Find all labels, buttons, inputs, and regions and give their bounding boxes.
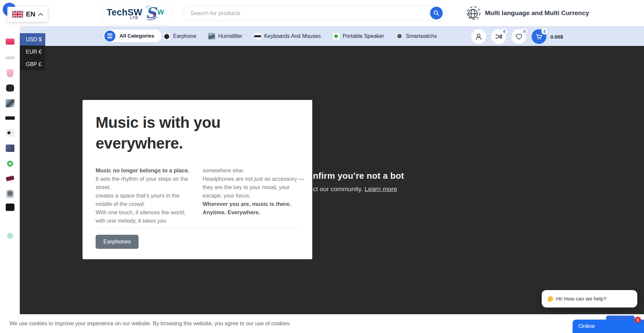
- wishlist-button[interactable]: 0: [512, 29, 526, 44]
- user-icon: [475, 33, 483, 41]
- cookie-banner: We use cookies to improve your experienc…: [0, 314, 644, 333]
- sidebar-thumb-keyboard[interactable]: [5, 116, 15, 120]
- sidebar-thumb-product-photo[interactable]: [6, 99, 14, 107]
- sidebar-thumb-maroon-case[interactable]: [5, 175, 14, 181]
- sidebar-thumb-green-ring[interactable]: [7, 161, 13, 167]
- nav-item-earphone[interactable]: Earphone: [163, 33, 196, 40]
- hero-divider: [96, 227, 300, 228]
- sidebar-thumb-navy-wallet[interactable]: [6, 145, 14, 152]
- multi-language-banner: Multi language and Multi Currency: [466, 6, 589, 20]
- compare-count-badge: 0: [501, 28, 507, 35]
- nav-item-thumbnail-icon: [163, 33, 170, 40]
- language-code: EN: [26, 10, 36, 18]
- bot-check-subtext-fragment: ct our community.: [313, 185, 365, 192]
- chevron-up-icon: [38, 13, 43, 16]
- learn-more-link[interactable]: Learn more: [365, 185, 397, 192]
- chat-launcher-tab[interactable]: Online 1: [573, 320, 644, 333]
- main-navigation: All Categories Earphone Humidifier Keybo…: [20, 26, 644, 46]
- logo-suffix: w: [157, 7, 164, 16]
- nav-item-keyboards-and-mouses[interactable]: Keyboards And Mouses: [254, 33, 321, 40]
- uk-flag-icon: [12, 10, 23, 18]
- search-button[interactable]: [430, 7, 443, 19]
- cookie-message: We use cookies to improve your experienc…: [9, 321, 291, 327]
- wishlist-count-badge: 0: [521, 28, 528, 35]
- hero-title: Music is with you everywhere.: [96, 112, 220, 154]
- category-sidebar: [0, 0, 20, 333]
- nav-item-humidifier[interactable]: Humidifier: [208, 33, 242, 40]
- shuffle-icon: [495, 33, 503, 41]
- sidebar-thumb-earbuds[interactable]: [6, 129, 14, 136]
- nav-item-thumbnail-icon: [396, 33, 403, 40]
- nav-item-thumbnail-icon: [333, 33, 339, 40]
- search-icon: [433, 9, 440, 17]
- sidebar-thumb-black-jacket[interactable]: [6, 204, 14, 211]
- chat-notification-badge: 1: [635, 317, 641, 323]
- nav-items: Earphone Humidifier Keyboards And Mouses…: [163, 26, 437, 46]
- nav-item-thumbnail-icon: [254, 33, 261, 40]
- sidebar-thumb-smartwatch[interactable]: [6, 190, 14, 198]
- site-logo[interactable]: TechSW S w LTD: [103, 1, 170, 24]
- nav-item-smartwatchs[interactable]: Smartwatchs: [396, 33, 437, 40]
- nav-item-portable-speaker[interactable]: Portable Speaker: [333, 33, 384, 40]
- page: TechSW S w LTD: [0, 0, 644, 333]
- cart-icon: [535, 33, 543, 41]
- bot-check-message: nfirm you’re not a bot ct our community.…: [313, 171, 404, 193]
- globe-icon: [466, 6, 481, 20]
- compare-button[interactable]: 0: [491, 29, 506, 44]
- sidebar-thumb-mint-speaker[interactable]: [7, 233, 13, 239]
- cart-button[interactable]: 0: [532, 29, 546, 44]
- earphones-button[interactable]: Earphones: [96, 235, 139, 249]
- nav-item-thumbnail-icon: [208, 33, 215, 40]
- account-button[interactable]: [471, 29, 486, 44]
- sidebar-thumb-pink-speaker[interactable]: [6, 39, 14, 45]
- chat-greeting-text: Hi! How can we help?: [556, 296, 606, 302]
- bot-check-heading-fragment: nfirm you’re not a bot: [313, 171, 404, 181]
- all-categories-button[interactable]: All Categories: [103, 30, 162, 42]
- currency-option-usd[interactable]: USD $: [20, 33, 45, 46]
- all-categories-label: All Categories: [119, 33, 154, 39]
- sidebar-thumb-humidifier[interactable]: [6, 56, 14, 59]
- chat-greeting-bubble[interactable]: Hi! How can we help?: [542, 290, 637, 308]
- search-bar: [183, 6, 446, 21]
- hero-card: Music is with you everywhere. Music no l…: [83, 100, 312, 259]
- logo-ltd: LTD: [130, 16, 139, 20]
- cart-total: 0.00$: [550, 34, 563, 40]
- search-input[interactable]: [183, 6, 446, 21]
- hero-paragraph-left: Music no longer belongs to a place.It se…: [96, 166, 194, 225]
- sidebar-thumb-cat-headphones[interactable]: [6, 85, 14, 92]
- language-selector[interactable]: EN: [7, 7, 48, 22]
- svg-text:S: S: [146, 4, 157, 21]
- heart-icon: [515, 33, 523, 41]
- waving-hand-icon: [547, 295, 554, 302]
- sidebar-thumb-pink-dress[interactable]: [7, 69, 13, 77]
- cart-count-badge: 0: [541, 28, 548, 35]
- header: TechSW S w LTD: [20, 0, 644, 26]
- currency-option-gbp[interactable]: GBP £: [20, 58, 45, 70]
- currency-option-eur[interactable]: EUR €: [20, 46, 45, 58]
- hero-paragraph-right: somewhere else.Headphones are not just a…: [203, 166, 307, 217]
- chat-status-label: Online: [578, 323, 595, 330]
- currency-dropdown: USD $ EUR € GBP £: [20, 33, 45, 70]
- header-actions: 0 0 0 0.00$: [471, 29, 563, 44]
- tagline-text: Multi language and Multi Currency: [485, 9, 589, 17]
- hamburger-icon: [104, 31, 115, 42]
